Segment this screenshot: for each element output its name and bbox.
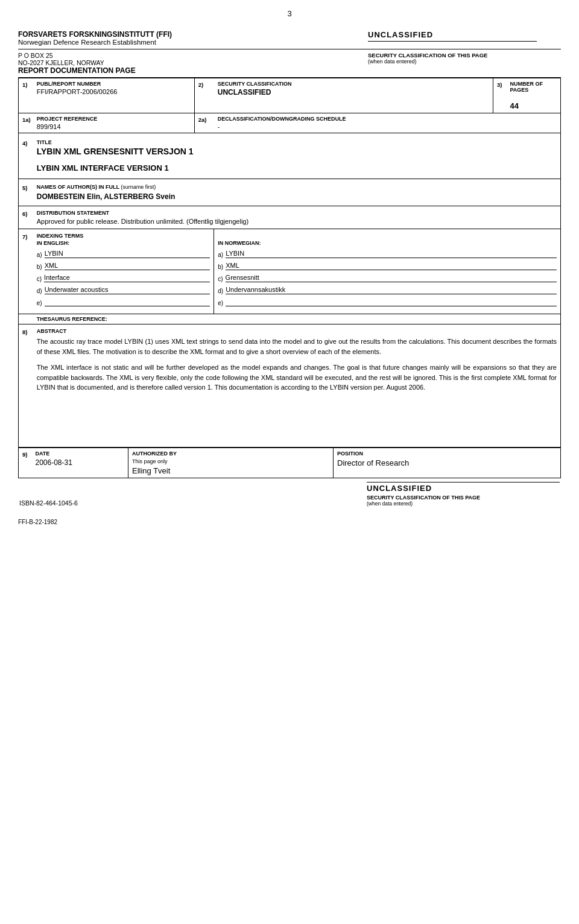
row8-abstract: ABSTRACT The acoustic ray trace model LY… — [33, 324, 561, 448]
index-no-d: d) Undervannsakustikk — [218, 286, 557, 294]
row1a-proj-ref: PROJECT REFERENCE 899/914 — [33, 113, 195, 133]
row-5: 5) NAMES OF AUTHOR(S) IN FULL (surname f… — [19, 179, 561, 206]
address-left: P O BOX 25 NO-2027 KJELLER, NORWAY REPOR… — [18, 52, 136, 75]
index-no-b: b) XML — [218, 262, 557, 270]
footer-row-num: 9) — [19, 448, 32, 478]
abstract-para2: The XML interface is not static and will… — [37, 362, 557, 393]
row-1: 1) PUBL/REPORT NUMBER FFI/RAPPORT-2006/0… — [19, 78, 561, 113]
address-line1: P O BOX 25 — [18, 52, 136, 59]
thesaurus-row: THESAURUS REFERENCE: — [19, 314, 561, 324]
security-sub: (when data entered) — [368, 59, 561, 65]
thesaurus-label: THESAURUS REFERENCE: — [33, 314, 561, 324]
index-en-d: d) Underwater acoustics — [37, 286, 210, 294]
bottom-section: ISBN-82-464-1045-6 UNCLASSIFIED SECURITY… — [18, 482, 561, 507]
footer-date: DATE 2006-08-31 — [32, 448, 128, 478]
row1a-num: 1a) — [19, 113, 33, 133]
row7-norwegian: . IN NORWEGIAN: a) LYBIN b) XML c) Grens… — [214, 229, 561, 314]
address-block: P O BOX 25 NO-2027 KJELLER, NORWAY REPOR… — [18, 49, 561, 78]
bottom-security-sub: (when data entered) — [367, 501, 560, 507]
row5-authors: NAMES OF AUTHOR(S) IN FULL (surname firs… — [33, 179, 561, 206]
index-no-a: a) LYBIN — [218, 250, 557, 258]
row1-security-class: SECURITY CLASSIFICATION UNCLASSIFIED — [214, 78, 493, 113]
index-en-a: a) LYBIN — [37, 250, 210, 258]
index-no-c: c) Grensesnitt — [218, 274, 557, 282]
address-right: SECURITY CLASSIFICATION OF THIS PAGE (wh… — [368, 52, 561, 75]
report-doc-title: REPORT DOCUMENTATION PAGE — [18, 66, 136, 75]
org-name: FORSVARETS FORSKNINGSINSTITUTT (FFI) — [18, 30, 172, 39]
main-table: 1) PUBL/REPORT NUMBER FFI/RAPPORT-2006/0… — [18, 78, 561, 448]
footer-table: 9) DATE 2006-08-31 AUTHORIZED BY This pa… — [18, 448, 561, 478]
bottom-security-label: SECURITY CLASSIFICATION OF THIS PAGE — [367, 495, 560, 501]
row-7: 7) INDEXING TERMS IN ENGLISH: a) LYBIN b… — [19, 229, 561, 314]
row-8: 8) ABSTRACT The acoustic ray trace model… — [19, 324, 561, 448]
bottom-unclassified: UNCLASSIFIED — [367, 482, 560, 493]
header-right: UNCLASSIFIED — [368, 30, 561, 45]
footer-authorized: AUTHORIZED BY This page only Elling Tvei… — [128, 448, 334, 478]
row1-num: 1) — [19, 78, 33, 113]
auth-sub: This page only — [132, 458, 329, 464]
page-number: 3 — [18, 0, 561, 24]
header-section: FORSVARETS FORSKNINGSINSTITUTT (FFI) Nor… — [18, 24, 561, 49]
bottom-right: UNCLASSIFIED SECURITY CLASSIFICATION OF … — [367, 482, 560, 507]
address-line2: NO-2027 KJELLER, NORWAY — [18, 59, 136, 66]
row-6: 6) DISTRIBUTION STATEMENT Approved for p… — [19, 206, 561, 229]
isbn: ISBN-82-464-1045-6 — [19, 499, 78, 507]
row7-num: 7) — [19, 229, 33, 314]
index-en-c: c) Interface — [37, 274, 210, 282]
pos-value: Director of Research — [337, 458, 409, 467]
row1-report-number: PUBL/REPORT NUMBER FFI/RAPPORT-2006/0026… — [33, 78, 195, 113]
auth-value: Elling Tveit — [132, 466, 170, 475]
row6-distribution: DISTRIBUTION STATEMENT Approved for publ… — [33, 206, 561, 229]
abstract-para1: The acoustic ray trace model LYBIN (1) u… — [37, 337, 557, 356]
row1a-decl-num: 2a) — [194, 113, 214, 133]
index-en-b: b) XML — [37, 262, 210, 270]
header-unclassified: UNCLASSIFIED — [368, 30, 561, 39]
row1a-declassification: DECLASSIFICATION/DOWNGRADING SCHEDULE - — [214, 113, 561, 133]
org-sub: Norwegian Defence Research Establishment — [18, 39, 172, 46]
row5-num: 5) — [19, 179, 33, 206]
row1-num-pages: NUMBER OF PAGES 44 — [507, 78, 561, 113]
row6-num: 6) — [19, 206, 33, 229]
row4-num: 4) — [19, 133, 33, 179]
row7-english: INDEXING TERMS IN ENGLISH: a) LYBIN b) X… — [33, 229, 214, 314]
index-en-e: e) — [37, 298, 210, 306]
row4-title: TITLE LYBIN XML GRENSESNITT VERSJON 1 LY… — [33, 133, 561, 179]
footer-position: POSITION Director of Research — [334, 448, 561, 478]
row8-num: 8) — [19, 324, 33, 448]
index-no-e: e) — [218, 298, 557, 306]
security-label: SECURITY CLASSIFICATION OF THIS PAGE — [368, 52, 561, 59]
page: 3 FORSVARETS FORSKNINGSINSTITUTT (FFI) N… — [0, 0, 579, 924]
row-1a: 1a) PROJECT REFERENCE 899/914 2a) DECLAS… — [19, 113, 561, 133]
header-left: FORSVARETS FORSKNINGSINSTITUTT (FFI) Nor… — [18, 30, 172, 46]
footer-row: 9) DATE 2006-08-31 AUTHORIZED BY This pa… — [19, 448, 561, 478]
row1-pages-num: 3) — [493, 78, 507, 113]
row1-sec-num: 2) — [194, 78, 214, 113]
header-underline — [368, 41, 537, 42]
ffi-ref: FFI-B-22-1982 — [18, 519, 561, 525]
row-4: 4) TITLE LYBIN XML GRENSESNITT VERSJON 1… — [19, 133, 561, 179]
